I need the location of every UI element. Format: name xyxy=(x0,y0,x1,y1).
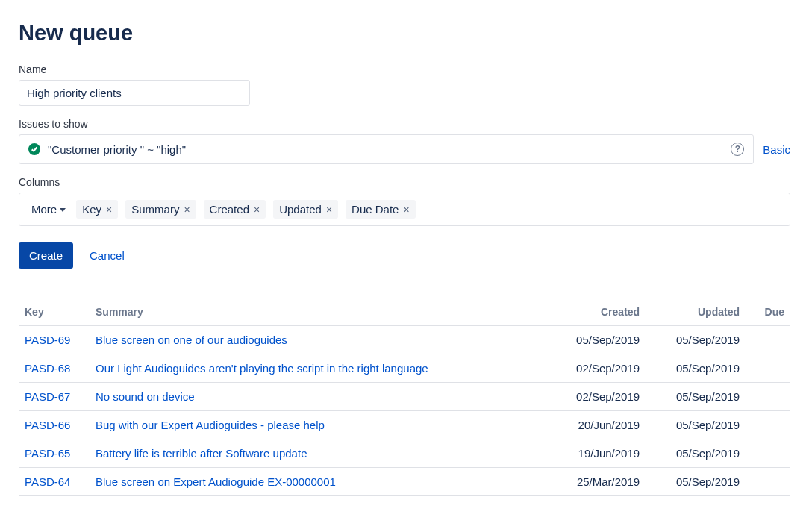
cell-due xyxy=(746,411,790,439)
table-row: PASD-67No sound on device02/Sep/201905/S… xyxy=(19,383,790,411)
th-updated[interactable]: Updated xyxy=(646,300,746,326)
cell-due xyxy=(746,326,790,354)
cell-updated: 05/Sep/2019 xyxy=(646,326,746,354)
th-key[interactable]: Key xyxy=(19,300,90,326)
cell-created: 20/Jun/2019 xyxy=(546,411,646,439)
cell-due xyxy=(746,439,790,468)
cell-updated: 05/Sep/2019 xyxy=(646,411,746,439)
page-title: New queue xyxy=(19,21,790,46)
more-columns-button[interactable]: More xyxy=(28,201,69,217)
table-row: PASD-69Blue screen on one of our audiogu… xyxy=(19,326,790,354)
cell-due xyxy=(746,468,790,496)
issue-summary-link[interactable]: No sound on device xyxy=(96,390,195,403)
cell-due xyxy=(746,383,790,411)
th-summary[interactable]: Summary xyxy=(90,300,546,326)
issues-table: Key Summary Created Updated Due PASD-69B… xyxy=(19,300,790,496)
table-row: PASD-66Bug with our Expert Audioguides -… xyxy=(19,411,790,439)
cell-created: 02/Sep/2019 xyxy=(546,383,646,411)
help-icon[interactable]: ? xyxy=(731,143,744,156)
cell-created: 05/Sep/2019 xyxy=(546,326,646,354)
column-chip[interactable]: Created× xyxy=(204,200,266,219)
issue-summary-link[interactable]: Battery life is terrible after Software … xyxy=(96,447,307,460)
close-icon[interactable]: × xyxy=(254,204,260,215)
issue-summary-link[interactable]: Blue screen on one of our audioguides xyxy=(96,334,287,346)
chip-label: Key xyxy=(82,203,101,216)
chip-label: Created xyxy=(210,203,249,216)
cell-updated: 05/Sep/2019 xyxy=(646,439,746,468)
issue-key-link[interactable]: PASD-65 xyxy=(25,447,70,460)
table-row: PASD-65Battery life is terrible after So… xyxy=(19,439,790,468)
cell-due xyxy=(746,354,790,383)
name-label: Name xyxy=(19,63,790,75)
close-icon[interactable]: × xyxy=(326,204,332,215)
close-icon[interactable]: × xyxy=(106,204,112,215)
cancel-button[interactable]: Cancel xyxy=(90,249,125,262)
column-chip[interactable]: Key× xyxy=(76,200,118,219)
issue-key-link[interactable]: PASD-66 xyxy=(25,419,70,431)
close-icon[interactable]: × xyxy=(403,204,409,215)
columns-label: Columns xyxy=(19,176,790,188)
issue-summary-link[interactable]: Bug with our Expert Audioguides - please… xyxy=(96,419,325,431)
th-created[interactable]: Created xyxy=(546,300,646,326)
th-due[interactable]: Due xyxy=(746,300,790,326)
column-chip[interactable]: Updated× xyxy=(273,200,338,219)
chevron-down-icon xyxy=(60,208,66,212)
issue-key-link[interactable]: PASD-69 xyxy=(25,334,70,346)
chip-label: Updated xyxy=(279,203,322,216)
issue-summary-link[interactable]: Blue screen on Expert Audioguide EX-0000… xyxy=(96,475,336,488)
basic-mode-link[interactable]: Basic xyxy=(763,143,790,156)
valid-check-icon xyxy=(28,143,40,155)
name-input[interactable] xyxy=(19,80,250,106)
issue-key-link[interactable]: PASD-67 xyxy=(25,390,70,403)
cell-updated: 05/Sep/2019 xyxy=(646,468,746,496)
issue-key-link[interactable]: PASD-68 xyxy=(25,362,70,375)
table-row: PASD-64Blue screen on Expert Audioguide … xyxy=(19,468,790,496)
cell-updated: 05/Sep/2019 xyxy=(646,354,746,383)
table-row: PASD-68Our Light Audioguides aren't play… xyxy=(19,354,790,383)
cell-updated: 05/Sep/2019 xyxy=(646,383,746,411)
cell-created: 02/Sep/2019 xyxy=(546,354,646,383)
more-label: More xyxy=(31,203,57,216)
cell-created: 19/Jun/2019 xyxy=(546,439,646,468)
close-icon[interactable]: × xyxy=(184,204,190,215)
create-button[interactable]: Create xyxy=(19,242,73,269)
column-chip[interactable]: Summary× xyxy=(125,200,196,219)
jql-input-box[interactable]: "Customer priority " ~ "high" ? xyxy=(19,134,754,164)
columns-box: More Key×Summary×Created×Updated×Due Dat… xyxy=(19,193,790,226)
issue-key-link[interactable]: PASD-64 xyxy=(25,475,70,488)
issue-summary-link[interactable]: Our Light Audioguides aren't playing the… xyxy=(96,362,428,375)
cell-created: 25/Mar/2019 xyxy=(546,468,646,496)
issues-label: Issues to show xyxy=(19,118,790,130)
jql-text[interactable]: "Customer priority " ~ "high" xyxy=(48,143,723,156)
column-chip[interactable]: Due Date× xyxy=(346,200,416,219)
chip-label: Summary xyxy=(131,203,179,216)
chip-label: Due Date xyxy=(352,203,399,216)
